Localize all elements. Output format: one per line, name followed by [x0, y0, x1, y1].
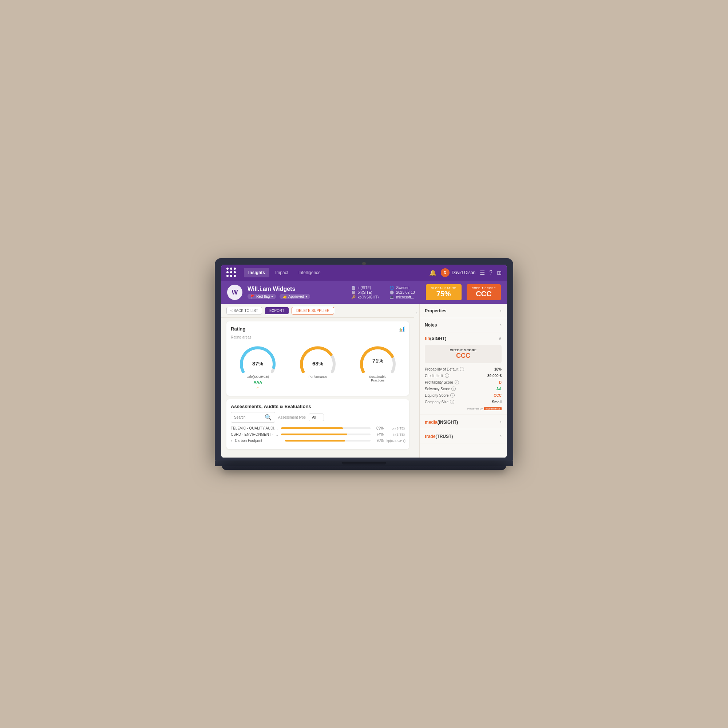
export-button[interactable]: EXPORT: [265, 307, 289, 314]
expand-icon-3[interactable]: ›: [231, 439, 232, 443]
help-icon[interactable]: ?: [489, 269, 492, 276]
approved-badge[interactable]: 👍 Approved ▾: [280, 294, 310, 299]
left-panel: < BACK TO LIST EXPORT DELETE SUPPLIER Ra…: [221, 304, 414, 457]
solvency-value: AA: [497, 387, 502, 391]
company-logo: W: [227, 284, 242, 300]
properties-title: Properties: [425, 308, 446, 314]
properties-header[interactable]: Properties ›: [420, 304, 507, 318]
profitability-value: D: [499, 380, 502, 384]
laptop-bottom: [222, 466, 506, 470]
gauge-sustainable-label: SustainablePractices: [369, 375, 386, 382]
company-geo: 🌐 Sweden 🕐 2023-02-13 💻 microsoft...: [390, 286, 414, 299]
trust-label: (TRUST): [435, 434, 453, 439]
tab-intelligence[interactable]: Intelligence: [294, 268, 325, 277]
assessments-title: Assessments, Audits & Evaluations: [231, 404, 405, 409]
solvency-label: Solvency Score i: [425, 387, 456, 391]
properties-section: Properties ›: [420, 304, 507, 318]
assessments-section: Assessments, Audits & Evaluations 🔍 Asse…: [226, 399, 409, 449]
progress-bar-1: [281, 427, 370, 429]
expand-left-icon[interactable]: ›: [416, 311, 417, 315]
avatar: D: [441, 268, 450, 277]
meta-date: 🕐 2023-02-13: [390, 291, 414, 294]
user-menu[interactable]: D David Olson: [441, 268, 476, 277]
media-label: media: [425, 420, 437, 425]
finsight-header[interactable]: fin(SIGHT) ∨: [420, 332, 507, 345]
media-insight-header[interactable]: media(INSIGHT) ›: [420, 415, 507, 429]
profitability-info-icon[interactable]: i: [455, 380, 459, 384]
assessment-row-1: TELEVIC - QUALITY AUDIT - L... 69% on(SI…: [231, 426, 405, 430]
app-logo[interactable]: [226, 268, 237, 278]
filter-label: Assessment type: [278, 415, 306, 419]
gauge-sustainable: 71% SustainablePractices: [358, 344, 398, 390]
meta-kpinsight: 🔑 kp(INSIGHT): [351, 295, 379, 299]
probability-info-icon[interactable]: i: [460, 367, 464, 371]
meta-insite: 📄 in(SITE): [351, 286, 379, 290]
bell-icon[interactable]: 🔔: [429, 269, 436, 276]
assessment-pct-3: 70%: [373, 439, 384, 443]
svg-text:68%: 68%: [312, 360, 323, 367]
search-input[interactable]: [234, 415, 263, 419]
action-bar: < BACK TO LIST EXPORT DELETE SUPPLIER: [221, 304, 414, 318]
insite-label: in(SITE): [358, 286, 371, 290]
globe-icon: 🌐: [390, 286, 394, 290]
gauge-safe-source: 87% safe(SOURCE) AAA ⚠: [238, 344, 278, 390]
assessment-type-3: kp(INSIGHT): [387, 439, 405, 443]
credit-limit-info-icon[interactable]: i: [445, 373, 449, 378]
probability-label: Probability of Default i: [425, 367, 464, 371]
credit-score-box: CREDIT SCORE CCC: [466, 284, 501, 300]
progress-bar-3: [285, 440, 370, 442]
meta-microsoft: 💻 microsoft...: [390, 295, 414, 299]
country-label: Sweden: [396, 286, 409, 290]
tab-impact[interactable]: Impact: [271, 268, 293, 277]
assessment-type-filter[interactable]: All: [309, 413, 324, 421]
notes-header[interactable]: Notes ›: [420, 318, 507, 332]
credit-limit-value: 39,000 €: [487, 374, 502, 378]
liquidity-label: Liquidity Score i: [425, 393, 455, 398]
profitability-label: Profitability Score i: [425, 380, 459, 384]
search-icon: 🔍: [265, 414, 272, 421]
panel-divider: ›: [414, 304, 419, 457]
svg-text:87%: 87%: [252, 360, 263, 367]
microsoft-label: microsoft...: [396, 295, 414, 299]
menu-icon[interactable]: ☰: [480, 269, 485, 276]
meta-country: 🌐 Sweden: [390, 286, 414, 290]
chart-icon[interactable]: 📊: [399, 326, 405, 332]
progress-bar-2: [281, 434, 370, 435]
company-header: W Will.i.am Widgets 🚩 Red flag ▾ 👍 Appro…: [221, 281, 507, 304]
fin-cs-value: CCC: [428, 352, 498, 359]
assessment-pct-2: 74%: [373, 433, 384, 436]
powered-by-label: Powered by: [467, 407, 483, 410]
assessment-row-2: CSRD - ENVIRONMENT - CL... 74% in(SITE): [231, 433, 405, 436]
powered-by: Powered by modefinance: [425, 407, 502, 410]
main-content: < BACK TO LIST EXPORT DELETE SUPPLIER Ra…: [221, 304, 507, 457]
delete-supplier-button[interactable]: DELETE SUPPLIER: [292, 307, 334, 315]
assessment-pct-1: 69%: [373, 426, 384, 430]
finsight-section: fin(SIGHT) ∨ CREDIT SCORE CCC: [420, 332, 507, 415]
tab-insights[interactable]: Insights: [244, 268, 269, 277]
red-flag-label: Red flag: [256, 294, 270, 298]
red-flag-badge[interactable]: 🚩 Red flag ▾: [248, 294, 276, 299]
company-badges: 🚩 Red flag ▾ 👍 Approved ▾: [248, 294, 346, 299]
assessment-name-3: Carbon Footprint: [235, 439, 282, 443]
metric-profitability: Profitability Score i D: [425, 380, 502, 384]
solvency-info-icon[interactable]: i: [451, 387, 456, 391]
gauge-safe-source-rating: AAA: [253, 380, 262, 384]
gauge-performance: 68% Performance: [298, 344, 338, 390]
liquidity-info-icon[interactable]: i: [450, 393, 455, 398]
expand-icon[interactable]: ⊞: [497, 269, 502, 276]
global-rating-label: GLOBAL RATING: [431, 286, 456, 290]
notes-section: Notes ›: [420, 318, 507, 332]
meta-onsite: 📋 on(SITE): [351, 291, 379, 294]
laptop-container: Insights Impact Intelligence 🔔 D David O…: [215, 258, 513, 470]
search-box[interactable]: 🔍: [231, 412, 275, 423]
company-meta: 📄 in(SITE) 📋 on(SITE) 🔑 kp(INSIGHT): [351, 286, 379, 299]
back-to-list-button[interactable]: < BACK TO LIST: [226, 307, 262, 315]
navbar: Insights Impact Intelligence 🔔 D David O…: [221, 265, 507, 281]
company-size-info-icon[interactable]: i: [450, 400, 454, 404]
trade-trust-header[interactable]: trade(TRUST) ›: [420, 429, 507, 443]
metric-solvency: Solvency Score i AA: [425, 387, 502, 391]
approved-chevron: ▾: [305, 294, 307, 298]
assessment-type-1: on(SITE): [387, 427, 405, 430]
rating-title: Rating: [231, 326, 245, 332]
modefinance-badge: modefinance: [484, 407, 502, 410]
